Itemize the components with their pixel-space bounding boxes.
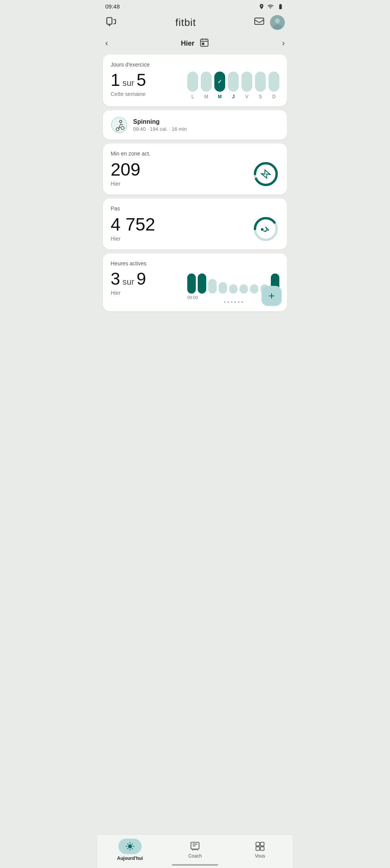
active-hours-of: sur — [122, 277, 134, 287]
status-time: 09:48 — [105, 3, 120, 10]
day-M2: M — [214, 94, 225, 99]
day-S: S — [255, 94, 266, 99]
svg-point-1 — [109, 25, 110, 26]
dot-3 — [231, 301, 233, 303]
add-fab-button[interactable]: + — [262, 286, 282, 306]
active-hours-title: Heures actives — [111, 260, 279, 267]
active-hours-card: Heures actives 3 sur 9 Hier — [103, 253, 287, 311]
app-title: fitbit — [175, 17, 196, 29]
header: fitbit — [98, 11, 292, 34]
dot-5 — [238, 301, 239, 303]
dot-1 — [224, 301, 226, 303]
steps-value: 4 752 — [111, 215, 155, 233]
dot-4 — [234, 301, 236, 303]
spinning-icon — [111, 116, 128, 133]
status-icons — [258, 3, 285, 10]
steps-sub: Hier — [111, 236, 155, 242]
active-minutes-gauge — [252, 161, 279, 188]
main-scroll-area: Jours d'exercice 1 sur 5 Cette semaine — [98, 55, 292, 358]
spinning-card[interactable]: Spinning 09:40 · 194 cal. · 16 min — [103, 110, 287, 140]
steps-title: Pas — [111, 205, 279, 212]
bar-lun — [187, 72, 198, 92]
bar-mar — [201, 72, 212, 92]
steps-card: Pas 4 752 Hier — [103, 198, 287, 249]
svg-rect-2 — [255, 18, 263, 24]
active-minutes-title: Min en zone act. — [111, 150, 279, 157]
messages-button[interactable] — [254, 16, 265, 29]
svg-point-4 — [275, 19, 280, 24]
date-navigation: ‹ Hier › — [98, 34, 292, 55]
header-right-icons — [254, 15, 285, 30]
calendar-button[interactable] — [199, 38, 209, 49]
hour-bar-4 — [219, 282, 227, 294]
exercise-days-goal: 5 — [137, 72, 146, 89]
date-label: Hier — [181, 39, 194, 48]
prev-date-button[interactable]: ‹ — [105, 38, 108, 48]
spinning-info: Spinning 09:40 · 194 cal. · 16 min — [133, 118, 279, 132]
active-minutes-sub: Hier — [111, 181, 140, 187]
day-V: V — [241, 94, 252, 99]
status-bar: 09:48 — [98, 0, 292, 11]
hour-bar-7 — [250, 284, 258, 294]
dot-2 — [228, 301, 229, 303]
exercise-bars — [187, 72, 279, 92]
hour-bar-1 — [187, 273, 196, 294]
next-date-button[interactable]: › — [282, 38, 285, 48]
day-M1: M — [201, 94, 212, 99]
exercise-days-sub: Cette semaine — [111, 91, 146, 97]
spinning-title: Spinning — [133, 118, 279, 125]
active-minutes-value: 209 — [111, 161, 140, 178]
exercise-days-visual: L M M J V S D — [187, 72, 279, 99]
exercise-days-of: sur — [122, 78, 134, 88]
exercise-days-value: 1 — [111, 72, 120, 89]
hour-label-start: 09:00 — [187, 295, 198, 300]
user-avatar[interactable] — [270, 15, 285, 30]
bar-ven — [241, 72, 252, 92]
day-D: D — [269, 94, 279, 99]
wifi-icon — [267, 3, 274, 10]
hour-bar-5 — [229, 284, 238, 294]
day-J: J — [228, 94, 239, 99]
hour-bar-3 — [208, 279, 217, 294]
dot-6 — [241, 301, 243, 303]
battery-icon — [276, 3, 285, 10]
bar-dim — [269, 72, 279, 92]
hour-bar-2 — [198, 273, 206, 294]
spinning-meta: 09:40 · 194 cal. · 16 min — [133, 126, 279, 132]
svg-rect-6 — [200, 39, 208, 46]
active-hours-value: 3 — [111, 270, 120, 287]
days-labels: L M M J V S D — [187, 94, 279, 99]
bar-jeu — [228, 72, 239, 92]
day-L: L — [187, 94, 198, 99]
bar-sam — [255, 72, 266, 92]
exercise-days-title: Jours d'exercice — [111, 62, 279, 68]
active-minutes-card: Min en zone act. 209 Hier — [103, 144, 287, 195]
steps-gauge — [252, 215, 279, 243]
svg-marker-14 — [261, 170, 270, 178]
hour-bar-6 — [239, 284, 248, 294]
location-icon — [258, 3, 265, 10]
exercise-days-card: Jours d'exercice 1 sur 5 Cette semaine — [103, 55, 287, 106]
bar-mer — [214, 72, 225, 92]
active-hours-goal: 9 — [137, 270, 146, 287]
active-hours-sub: Hier — [111, 290, 146, 296]
svg-rect-7 — [202, 43, 204, 44]
svg-rect-0 — [107, 17, 112, 24]
svg-point-8 — [111, 117, 127, 133]
device-button[interactable] — [105, 15, 118, 29]
